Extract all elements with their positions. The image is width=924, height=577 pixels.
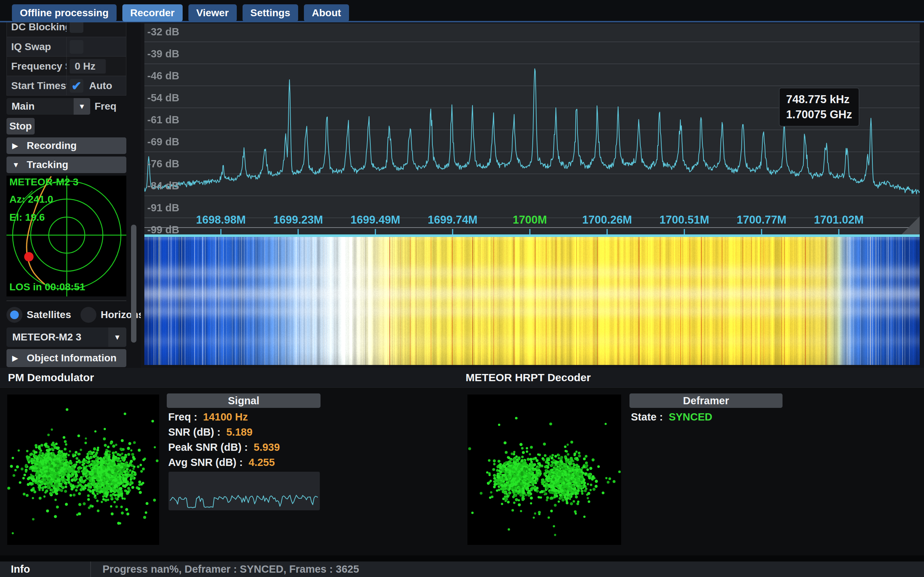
signal-panel-header[interactable]: Signal bbox=[167, 393, 320, 408]
freq-label: Freq : bbox=[168, 411, 197, 423]
tab-bar: Offline processing Recorder Viewer Setti… bbox=[0, 0, 924, 23]
tracking-mode-radios: Satellites Horizons bbox=[6, 306, 141, 323]
object-information-header[interactable]: ▶ Object Information bbox=[6, 349, 126, 367]
stop-button[interactable]: Stop bbox=[6, 118, 35, 134]
expanded-arrow-icon: ▼ bbox=[12, 161, 27, 169]
pm-constellation-box bbox=[7, 395, 159, 545]
waterfall-top-bar bbox=[144, 234, 920, 237]
status-bar: Info Progress nan%, Deframer : SYNCED, F… bbox=[0, 561, 924, 577]
freq-value: 14100 Hz bbox=[203, 411, 248, 423]
dc-blocking-checkbox[interactable] bbox=[69, 23, 83, 33]
satellite-select-value: METEOR-M2 3 bbox=[6, 327, 108, 347]
cursor-frequency-tooltip: 748.775 kHz 1.70075 GHz bbox=[779, 88, 859, 127]
iq-swap-checkbox[interactable] bbox=[69, 40, 83, 54]
tab-about[interactable]: About bbox=[304, 4, 349, 22]
deframer-state-row: State :SYNCED bbox=[631, 409, 712, 424]
pm-demodulator-title: PM Demodulator bbox=[8, 368, 94, 387]
azimuth-readout: Az: 241.0 bbox=[10, 193, 53, 205]
deframer-state-value: SYNCED bbox=[669, 411, 712, 423]
chevron-down-icon: ▼ bbox=[74, 98, 90, 115]
elevation-readout: El: 19.6 bbox=[10, 212, 45, 223]
freq-side-label: Freq bbox=[95, 98, 116, 115]
tab-offline-processing[interactable]: Offline processing bbox=[12, 4, 116, 22]
satellite-position-dot bbox=[24, 252, 34, 261]
dc-blocking-label: DC Blocking bbox=[7, 23, 67, 32]
los-countdown: LOS in 00:08:51 bbox=[10, 281, 85, 293]
source-sidebar: DC Blocking IQ Swap Frequency S 0 Hz Sta… bbox=[0, 23, 141, 368]
status-progress-text: Progress nan%, Deframer : SYNCED, Frames… bbox=[102, 561, 359, 577]
tracking-section-header[interactable]: ▼ Tracking bbox=[6, 156, 126, 173]
tracking-polar-plot: METEOR-M2 3 Az: 241.0 El: 19.6 LOS in 00… bbox=[6, 176, 126, 297]
collapsed-arrow-icon: ▶ bbox=[12, 141, 27, 150]
object-information-label: Object Information bbox=[27, 352, 116, 364]
horizons-radio[interactable] bbox=[81, 307, 96, 323]
auto-timestamp-checkbox[interactable]: ✔ bbox=[69, 79, 83, 93]
resize-grip-icon[interactable] bbox=[901, 216, 920, 234]
tab-viewer[interactable]: Viewer bbox=[188, 4, 237, 22]
recording-header-label: Recording bbox=[27, 140, 76, 152]
satellites-radio-label: Satellites bbox=[27, 309, 71, 321]
fft-source-combo[interactable]: Main ▼ bbox=[6, 98, 90, 115]
collapsed-arrow-icon: ▶ bbox=[12, 354, 27, 363]
snr-row: SNR (dB) :5.189 bbox=[168, 424, 253, 440]
tab-settings[interactable]: Settings bbox=[242, 4, 298, 22]
tracking-header-label: Tracking bbox=[27, 159, 68, 171]
peak-snr-row: Peak SNR (dB) :5.939 bbox=[168, 440, 280, 455]
dc-blocking-row: DC Blocking bbox=[7, 23, 126, 37]
frequency-shift-row: Frequency S 0 Hz bbox=[7, 56, 126, 76]
avg-snr-value: 4.255 bbox=[249, 456, 275, 468]
tab-recorder[interactable]: Recorder bbox=[122, 4, 183, 22]
satellites-radio[interactable] bbox=[6, 307, 23, 323]
tracked-satellite-name: METEOR-M2 3 bbox=[10, 176, 78, 188]
start-timestamp-row: Start Timest ✔ Auto bbox=[7, 76, 126, 95]
fft-spectrum-plot[interactable] bbox=[144, 23, 920, 234]
waterfall-display[interactable] bbox=[144, 237, 920, 365]
recording-section-header[interactable]: ▶ Recording bbox=[6, 137, 126, 154]
iq-swap-label: IQ Swap bbox=[7, 37, 67, 56]
module-title-strip: PM Demodulator METEOR HRPT Decoder bbox=[0, 368, 924, 388]
start-timestamp-label: Start Timest bbox=[7, 76, 67, 95]
avg-snr-label: Avg SNR (dB) : bbox=[168, 456, 243, 468]
deframer-state-label: State : bbox=[631, 411, 663, 423]
bottom-gap bbox=[0, 555, 924, 561]
decoder-constellation-box bbox=[467, 395, 621, 545]
separator bbox=[6, 300, 126, 301]
avg-snr-row: Avg SNR (dB) :4.255 bbox=[168, 455, 275, 470]
status-divider bbox=[90, 561, 91, 577]
deframer-panel-header[interactable]: Deframer bbox=[630, 393, 782, 408]
meteor-decoder-title: METEOR HRPT Decoder bbox=[465, 368, 591, 387]
snr-value: 5.189 bbox=[226, 426, 253, 438]
source-settings-table: DC Blocking IQ Swap Frequency S 0 Hz Sta… bbox=[6, 23, 126, 95]
satdump-app: Offline processing Recorder Viewer Setti… bbox=[0, 0, 924, 577]
auto-checkbox-label: Auto bbox=[89, 80, 112, 92]
satellite-select-dropdown[interactable]: METEOR-M2 3 ▼ bbox=[6, 327, 126, 347]
snr-history-canvas bbox=[168, 472, 320, 510]
sidebar-scrollbar[interactable] bbox=[131, 225, 136, 343]
tooltip-offset-frequency: 748.775 kHz bbox=[786, 92, 852, 107]
fft-source-combo-value: Main bbox=[6, 98, 74, 115]
peak-snr-value: 5.939 bbox=[254, 442, 280, 453]
module-area: Signal Freq :14100 Hz SNR (dB) :5.189 Pe… bbox=[0, 388, 924, 555]
frequency-shift-input[interactable]: 0 Hz bbox=[69, 59, 106, 74]
iq-swap-row: IQ Swap bbox=[7, 37, 126, 56]
decoder-constellation-canvas bbox=[467, 395, 621, 545]
tooltip-absolute-frequency: 1.70075 GHz bbox=[786, 107, 852, 122]
peak-snr-label: Peak SNR (dB) : bbox=[168, 442, 248, 453]
freq-row: Freq :14100 Hz bbox=[168, 409, 248, 424]
status-info-label[interactable]: Info bbox=[11, 561, 30, 577]
chevron-down-icon: ▼ bbox=[108, 327, 126, 347]
snr-history-graph bbox=[168, 472, 320, 510]
frequency-shift-label: Frequency S bbox=[7, 56, 67, 76]
pm-constellation-canvas bbox=[7, 395, 159, 545]
snr-label: SNR (dB) : bbox=[168, 426, 221, 438]
